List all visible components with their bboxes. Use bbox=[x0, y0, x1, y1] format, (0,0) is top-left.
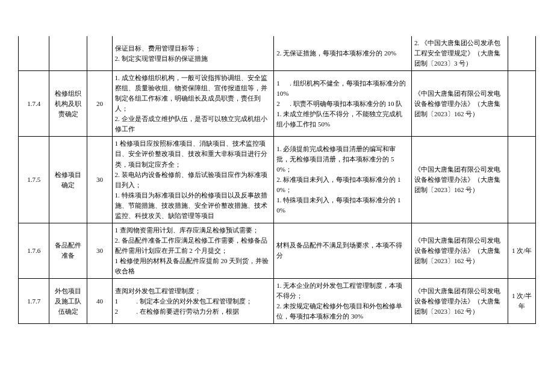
cell-id: 1.7.7 bbox=[19, 279, 49, 324]
cell-score: 40 bbox=[87, 279, 112, 324]
cell-name: 检修组织机构及职责确定 bbox=[49, 71, 87, 137]
cell-id: 1.7.4 bbox=[19, 71, 49, 137]
table-row: 保证目标、费用管理目标等； 2. 制定实现管理目标的保证措施 2. 无保证措施，… bbox=[19, 36, 536, 71]
cell-name: 备品配件准备 bbox=[49, 223, 87, 278]
cell-id: 1.7.6 bbox=[19, 223, 49, 278]
cell-freq: 1 次/半年 bbox=[508, 279, 536, 324]
cell-freq bbox=[508, 71, 536, 137]
cell-content: 1 查阅物资需用计划、库存应满足检修预试需要； 2. 备品配件准备工作应满足检修… bbox=[112, 223, 274, 278]
cell-rule: 2. 无保证措施，每项扣本项标准分的 20% bbox=[274, 36, 412, 71]
cell-freq bbox=[508, 137, 536, 223]
table-row: 1.7.4 检修组织机构及职责确定 20 1. 成立检修组织机构，一般可设指挥协… bbox=[19, 71, 536, 137]
table-row: 1.7.5 检修项目确定 30 1 检修项目应按照标准项目、消缺项目、技术监控项… bbox=[19, 137, 536, 223]
cell-content: 1 检修项目应按照标准项目、消缺项目、技术监控项目、安全评价整改项目、技改和重大… bbox=[112, 137, 274, 223]
cell-score: 20 bbox=[87, 71, 112, 137]
cell-rule: 1 . 组织机构不健全，每项扣本项标准分的 10% 2 . 职责不明确每项扣本项… bbox=[274, 71, 412, 137]
cell-freq: 1 次/年 bbox=[508, 223, 536, 278]
cell-ref: 《中国大唐集团有限公司发电设备检修管理办法》（大唐集团制〔2023〕162 号） bbox=[412, 71, 508, 137]
cell-content: 保证目标、费用管理目标等； 2. 制定实现管理目标的保证措施 bbox=[112, 36, 274, 71]
table-row: 1.7.7 外包项目及施工队伍确定 40 查阅对外发包工程管理制度； 1 . 制… bbox=[19, 279, 536, 324]
cell-name bbox=[49, 36, 87, 71]
cell-content: 查阅对外发包工程管理制度； 1 . 制定本企业的对外发包工程管理制度； 2 . … bbox=[112, 279, 274, 324]
cell-content: 1. 成立检修组织机构，一般可设指挥协调组、安全监察组、质量验收组、物资保障组、… bbox=[112, 71, 274, 137]
cell-name: 外包项目及施工队伍确定 bbox=[49, 279, 87, 324]
cell-rule: 1. 必须提前完成检修项目清册的编写和审批，无检修项目清册，扣本项标准分的 50… bbox=[274, 137, 412, 223]
cell-ref: 《中国大唐集团有限公司发电设备检修管理办法》（大唐集团制〔2023〕162 号） bbox=[412, 279, 508, 324]
cell-freq bbox=[508, 36, 536, 71]
cell-score bbox=[87, 36, 112, 71]
cell-name: 检修项目确定 bbox=[49, 137, 87, 223]
cell-ref: 《中国大唐集团有限公司发电设备检修管理办法》（大唐集团制〔2023〕162 号） bbox=[412, 223, 508, 278]
cell-ref: 2. 《中国大唐集团公司发承包工程安全管理规定》（大唐集团制〔2023〕3 号） bbox=[412, 36, 508, 71]
cell-rule: 材料及备品配件不满足到场要求，本项不得分 bbox=[274, 223, 412, 278]
cell-score: 30 bbox=[87, 137, 112, 223]
cell-id bbox=[19, 36, 49, 71]
cell-score: 30 bbox=[87, 223, 112, 278]
table-row: 1.7.6 备品配件准备 30 1 查阅物资需用计划、库存应满足检修预试需要； … bbox=[19, 223, 536, 278]
assessment-table: 保证目标、费用管理目标等； 2. 制定实现管理目标的保证措施 2. 无保证措施，… bbox=[18, 36, 536, 324]
cell-rule: 1. 无本企业的对外发包工程管理制度，本项不得分； 2. 未按规定确定检修外包项… bbox=[274, 279, 412, 324]
cell-ref: 《中国大唐集团有限公司发电设备检修管理办法》（大唐集团制〔2023〕162 号） bbox=[412, 137, 508, 223]
cell-id: 1.7.5 bbox=[19, 137, 49, 223]
